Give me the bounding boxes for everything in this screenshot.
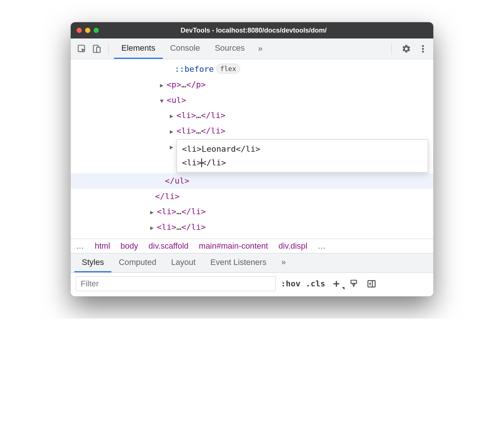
expand-arrow-icon[interactable]: ▶ (170, 126, 177, 137)
dom-node-ul[interactable]: ▼<ul> (71, 93, 433, 108)
breadcrumb-item[interactable]: body (121, 241, 138, 251)
collapse-arrow-icon[interactable]: ▼ (160, 95, 167, 107)
dom-node-li[interactable]: ▶<li>…</li> (71, 108, 433, 123)
breadcrumb-item[interactable]: div.displ (278, 241, 307, 251)
new-style-rule-icon[interactable] (330, 279, 342, 288)
main-toolbar: Elements Console Sources » (71, 38, 433, 59)
expand-arrow-icon[interactable]: ▶ (160, 80, 167, 91)
paint-brush-icon[interactable] (347, 279, 360, 289)
hov-toggle[interactable]: :hov (281, 279, 300, 288)
more-menu-icon[interactable] (417, 44, 429, 54)
styles-filterbar: :hov .cls (71, 273, 433, 296)
breadcrumb-overflow-right[interactable]: … (317, 241, 326, 251)
dom-node-li[interactable]: ▶<li>…</li> (71, 204, 433, 219)
styles-subpanel-tabs: Styles Computed Layout Event Listeners » (71, 253, 433, 273)
svg-point-4 (422, 48, 424, 50)
tab-console[interactable]: Console (163, 38, 208, 59)
dom-breadcrumb: … html body div.scaffold main#main-conte… (71, 239, 433, 253)
dom-node-li[interactable]: ▶<li>…</li> (71, 219, 433, 235)
dom-pseudo-row[interactable]: ::beforeflex (71, 61, 433, 77)
titlebar: DevTools - localhost:8080/docs/devtools/… (71, 22, 433, 38)
breadcrumb-overflow-left[interactable]: … (76, 241, 84, 251)
window-title: DevTools - localhost:8080/docs/devtools/… (80, 27, 427, 34)
toolbar-separator (108, 43, 109, 54)
svg-rect-2 (97, 47, 100, 52)
dropdown-triangle-icon (342, 287, 345, 290)
svg-point-3 (422, 45, 424, 47)
tab-elements[interactable]: Elements (114, 38, 163, 59)
subtabs-overflow-icon[interactable]: » (274, 253, 293, 272)
expand-arrow-icon[interactable]: ▶ (170, 142, 177, 153)
expand-arrow-icon[interactable]: ▶ (170, 111, 177, 122)
breadcrumb-item[interactable]: div.scaffold (148, 241, 188, 251)
toolbar-separator (392, 43, 392, 54)
settings-gear-icon[interactable] (397, 44, 416, 54)
styles-filter-input[interactable] (76, 276, 276, 291)
dom-tree[interactable]: ::beforeflex ▶<p>…</p> ▼<ul> ▶<li>…</li>… (71, 59, 433, 239)
subtab-styles[interactable]: Styles (74, 253, 111, 272)
main-tabs: Elements Console Sources (114, 38, 252, 59)
inspect-element-icon[interactable] (75, 42, 88, 56)
subtab-event-listeners[interactable]: Event Listeners (203, 253, 274, 272)
dom-node-li[interactable]: ▶<li>…</li> (71, 123, 433, 139)
subtab-computed[interactable]: Computed (111, 253, 164, 272)
svg-rect-6 (351, 280, 356, 283)
dom-node-ul-close[interactable]: </ul> (71, 173, 433, 189)
devtools-window: DevTools - localhost:8080/docs/devtools/… (71, 22, 433, 296)
dom-node-p[interactable]: ▶<p>…</p> (71, 77, 433, 93)
breadcrumb-item[interactable]: main#main-content (199, 241, 268, 251)
dom-node-editing: ▶ (71, 139, 177, 154)
dom-node-li-close[interactable]: </li> (71, 189, 433, 204)
expand-arrow-icon[interactable]: ▶ (150, 207, 157, 218)
subtab-layout[interactable]: Layout (164, 253, 203, 272)
device-toolbar-icon[interactable] (90, 42, 103, 56)
tab-sources[interactable]: Sources (207, 38, 252, 59)
breadcrumb-item[interactable]: html (95, 241, 110, 251)
editor-line[interactable]: <li>Leonard</li> (182, 142, 423, 156)
flex-badge[interactable]: flex (216, 64, 240, 74)
tabs-overflow-icon[interactable]: » (253, 44, 267, 54)
html-edit-box[interactable]: <li>Leonard</li> <li></li> (177, 139, 428, 172)
cls-toggle[interactable]: .cls (306, 279, 325, 288)
computed-sidebar-toggle-icon[interactable] (365, 279, 378, 289)
expand-arrow-icon[interactable]: ▶ (150, 222, 157, 233)
editor-line[interactable]: <li></li> (182, 156, 423, 169)
svg-rect-0 (78, 45, 84, 51)
svg-point-5 (422, 50, 424, 52)
